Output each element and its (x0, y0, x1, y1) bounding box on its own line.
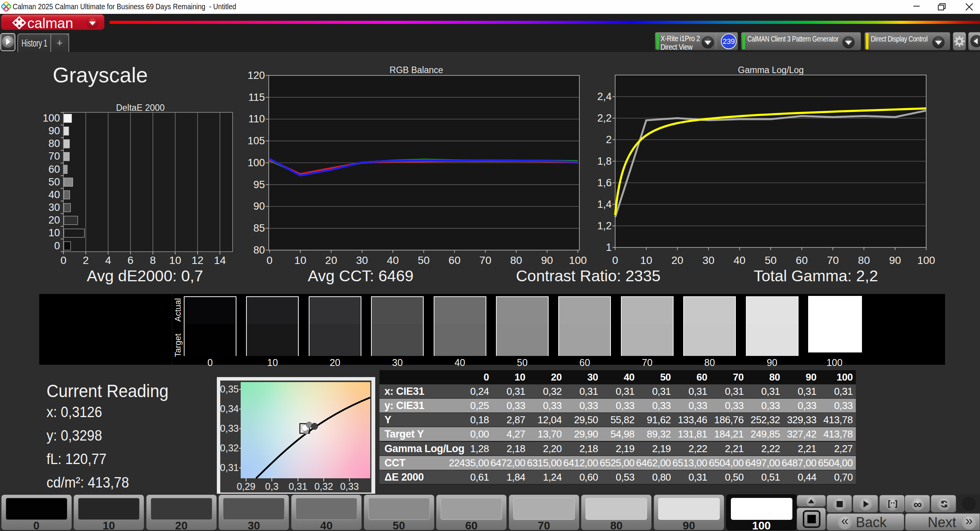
svg-text:90: 90 (541, 254, 553, 266)
svg-text:80: 80 (48, 138, 60, 149)
svg-text:10: 10 (640, 254, 652, 266)
svg-text:10: 10 (294, 254, 306, 266)
svg-text:0,34: 0,34 (220, 403, 239, 414)
svg-text:80: 80 (253, 244, 265, 256)
svg-text:60: 60 (449, 254, 461, 266)
svg-text:Avg dE2000: 0,7: Avg dE2000: 0,7 (87, 267, 203, 285)
svg-text:100: 100 (917, 254, 935, 266)
svg-text:DeltaE 2000: DeltaE 2000 (116, 103, 165, 113)
svg-text:0,29: 0,29 (237, 481, 256, 492)
svg-text:0,31: 0,31 (289, 481, 308, 492)
svg-text:0,35: 0,35 (220, 384, 239, 394)
svg-text:40: 40 (734, 254, 745, 266)
svg-text:2: 2 (83, 254, 89, 266)
svg-text:0,32: 0,32 (220, 442, 239, 453)
svg-text:90: 90 (889, 254, 901, 266)
svg-text:60: 60 (48, 164, 60, 175)
svg-text:95: 95 (253, 179, 265, 190)
svg-text:14: 14 (214, 254, 226, 266)
svg-text:90: 90 (48, 125, 60, 137)
svg-text:30: 30 (702, 254, 714, 266)
svg-text:100: 100 (569, 254, 587, 266)
svg-text:1: 1 (606, 242, 612, 253)
svg-text:90: 90 (253, 200, 265, 212)
svg-text:30: 30 (356, 254, 368, 266)
svg-text:120: 120 (248, 70, 265, 81)
svg-text:4: 4 (105, 254, 111, 266)
svg-text:2,2: 2,2 (597, 112, 612, 124)
svg-text:Total Gamma: 2,2: Total Gamma: 2,2 (754, 267, 878, 285)
svg-text:12: 12 (191, 254, 203, 266)
svg-text:20: 20 (325, 254, 337, 266)
svg-text:1,2: 1,2 (597, 220, 612, 232)
svg-text:115: 115 (248, 92, 265, 103)
svg-text:20: 20 (671, 254, 683, 266)
svg-text:70: 70 (48, 150, 60, 162)
svg-text:80: 80 (858, 254, 870, 266)
svg-text:85: 85 (253, 222, 265, 234)
svg-text:2: 2 (606, 134, 612, 145)
svg-text:RGB Balance: RGB Balance (389, 65, 443, 75)
svg-text:0: 0 (54, 240, 60, 252)
svg-text:40: 40 (48, 189, 60, 200)
svg-text:0,33: 0,33 (340, 481, 359, 492)
svg-text:Avg CCT: 6469: Avg CCT: 6469 (308, 267, 413, 285)
svg-text:100: 100 (43, 112, 60, 124)
svg-text:20: 20 (48, 214, 60, 226)
svg-text:1,4: 1,4 (597, 199, 612, 210)
svg-text:Gamma Log/Log: Gamma Log/Log (738, 65, 804, 75)
svg-text:100: 100 (248, 157, 265, 169)
svg-text:2,4: 2,4 (597, 91, 612, 102)
svg-text:1,8: 1,8 (597, 155, 612, 167)
svg-text:10: 10 (169, 254, 181, 266)
svg-text:60: 60 (796, 254, 808, 266)
svg-text:0: 0 (612, 254, 618, 266)
svg-text:1,6: 1,6 (597, 177, 612, 189)
svg-text:110: 110 (248, 113, 265, 125)
svg-text:80: 80 (510, 254, 522, 266)
svg-text:40: 40 (387, 254, 399, 266)
svg-text:0,31: 0,31 (220, 462, 239, 473)
svg-text:0,3: 0,3 (265, 481, 279, 492)
svg-text:0: 0 (60, 254, 67, 266)
svg-text:105: 105 (248, 135, 265, 147)
svg-text:0: 0 (266, 254, 273, 266)
svg-text:30: 30 (48, 202, 60, 213)
svg-text:50: 50 (418, 254, 429, 266)
svg-text:50: 50 (48, 176, 60, 188)
svg-text:10: 10 (48, 227, 60, 239)
svg-text:6: 6 (128, 254, 134, 266)
svg-text:70: 70 (827, 254, 839, 266)
svg-text:Contrast Ratio: 2335: Contrast Ratio: 2335 (516, 267, 661, 285)
svg-text:70: 70 (479, 254, 491, 266)
svg-text:50: 50 (765, 254, 777, 266)
svg-text:8: 8 (150, 254, 156, 266)
svg-text:0,33: 0,33 (220, 423, 239, 434)
svg-text:0,32: 0,32 (314, 481, 333, 492)
